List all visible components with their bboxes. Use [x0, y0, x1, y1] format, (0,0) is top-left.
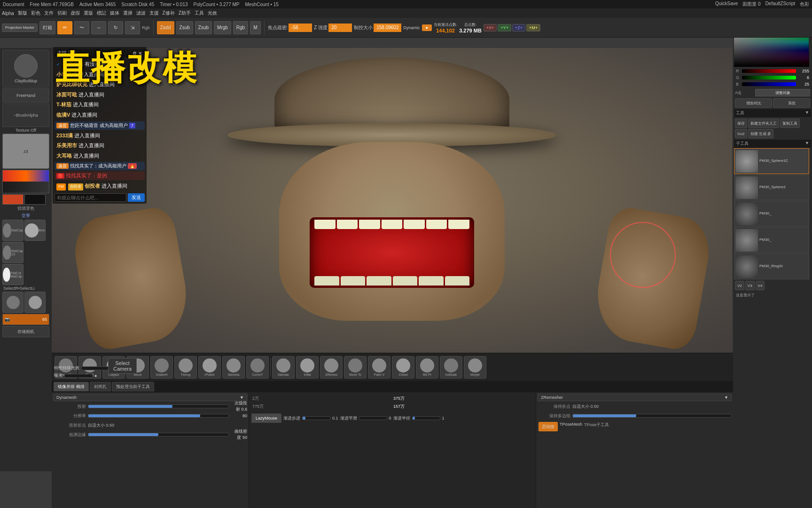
- draw-mode-btn[interactable]: ✏: [57, 21, 72, 34]
- lazy-radius-slider[interactable]: [412, 416, 440, 420]
- save-file-btn[interactable]: 新建文件夹入工: [748, 119, 779, 128]
- resolution-slider[interactable]: [88, 405, 229, 408]
- freehand-btn[interactable]: FreeHand: [2, 88, 49, 103]
- menu-virtual[interactable]: 虚假: [70, 10, 80, 16]
- menu-brush[interactable]: 切刷: [57, 10, 67, 16]
- color-swatch[interactable]: [2, 170, 49, 193]
- g-slider[interactable]: [742, 76, 796, 79]
- lowmeas-slider[interactable]: [88, 433, 229, 437]
- light-slider[interactable]: [81, 366, 109, 370]
- projection-master-btn[interactable]: Projection Master: [2, 24, 38, 32]
- brush-curvet[interactable]: CurveT: [246, 356, 269, 379]
- tool-collapse-icon[interactable]: ▼: [805, 110, 809, 116]
- smooth-mode-btn[interactable]: 〜: [74, 21, 89, 34]
- auto-btn[interactable]: 启动按: [539, 422, 558, 431]
- send-btn[interactable]: 发送: [128, 193, 145, 202]
- keep-group-slider[interactable]: [572, 414, 732, 418]
- clay-buildup-brush[interactable]: ClayBuildup: [2, 50, 49, 87]
- brush-snake[interactable]: SnakeH: [150, 356, 173, 379]
- camera-icon-btn[interactable]: 📷 65: [2, 314, 49, 325]
- subtool-item-5[interactable]: PM30_RingSt: [734, 254, 809, 279]
- menu-select[interactable]: 選版: [84, 10, 93, 16]
- r-slider[interactable]: [742, 69, 796, 73]
- subtool-item-3[interactable]: PM30_: [734, 201, 809, 227]
- chat-input[interactable]: [55, 193, 126, 202]
- menu-media[interactable]: 媒体: [110, 10, 119, 16]
- brush-trimuv[interactable]: Trimuy: [174, 356, 197, 379]
- mrgb-btn[interactable]: Mrgb: [214, 21, 231, 34]
- brush-inflat[interactable]: Inflat: [296, 356, 319, 379]
- select-camera-btn[interactable]: Select Camera: [108, 358, 137, 374]
- scale-mode-btn[interactable]: ⇲: [125, 21, 140, 34]
- system-btn[interactable]: 系统: [773, 98, 810, 108]
- tab-seal[interactable]: 封闭孔: [90, 382, 111, 391]
- focal-val[interactable]: -56: [289, 24, 312, 32]
- menu-filter[interactable]: 滤波: [136, 10, 146, 16]
- draw-size-val[interactable]: 158.09602: [374, 24, 401, 32]
- v3-btn[interactable]: V3: [745, 281, 755, 290]
- zsub-btn[interactable]: Zsub: [176, 21, 193, 34]
- brush-move2[interactable]: Move Tc: [344, 356, 367, 379]
- axis-m-btn[interactable]: +M+: [526, 24, 540, 32]
- axis-y-btn[interactable]: +Y+: [498, 24, 511, 32]
- default-zscript-label[interactable]: DefaultZScript: [765, 1, 795, 8]
- brush2-btn[interactable]: [24, 292, 46, 313]
- add-contrast-btn[interactable]: 增加对比: [735, 98, 772, 108]
- subtool-item-4[interactable]: PM30_: [734, 227, 809, 253]
- v2-btn[interactable]: V2: [735, 281, 744, 290]
- brush-rpolish[interactable]: rPolish: [198, 356, 221, 379]
- b-slider[interactable]: [742, 82, 796, 86]
- menu-color[interactable]: 彩色: [31, 10, 40, 16]
- brush-hsmoak[interactable]: hsMoak: [440, 356, 462, 379]
- brush-paim[interactable]: Paim V: [368, 356, 390, 379]
- z3-texture-btn[interactable]: z3: [2, 134, 49, 169]
- move-mode-btn[interactable]: ↔: [91, 21, 106, 34]
- lightbox-btn[interactable]: 灯箱: [39, 21, 55, 34]
- matcap-btn[interactable]: MatCap: [2, 220, 23, 241]
- menu-zpatch[interactable]: Z修补: [163, 10, 175, 16]
- lazy-mouse-tab[interactable]: LazyMouse: [251, 413, 281, 423]
- lazy-smooth-slider[interactable]: [359, 416, 387, 420]
- rgb-btn[interactable]: Rgb: [233, 21, 248, 34]
- create-btn[interactable]: 创建 生成 多: [748, 129, 773, 138]
- m-btn[interactable]: M: [250, 21, 260, 34]
- rotate-mode-btn[interactable]: ↻: [108, 21, 123, 34]
- save-camera-btn[interactable]: 存储相机: [2, 326, 49, 337]
- zadd-btn[interactable]: Zadd: [157, 21, 174, 34]
- chat-controls[interactable]: ⚙ ✕: [133, 51, 142, 56]
- v4-btn[interactable]: V4: [756, 281, 765, 290]
- menu-file[interactable]: 文件: [44, 10, 54, 16]
- axis-x-btn[interactable]: +X+: [484, 24, 497, 32]
- document-label[interactable]: Document: [3, 2, 24, 7]
- z-intensity-val[interactable]: 20: [328, 24, 352, 32]
- goz-btn[interactable]: GoZ: [735, 129, 747, 138]
- adjust-btn[interactable]: 调整对象: [755, 89, 810, 96]
- dynamesh-header[interactable]: Dynamesh ▼: [53, 394, 247, 401]
- save-tool-btn[interactable]: 保存: [735, 119, 747, 128]
- brush-imi[interactable]: IMI Pr: [416, 356, 438, 379]
- bg-color-swatch[interactable]: [24, 194, 46, 205]
- zsub2-btn[interactable]: Zsub: [195, 21, 212, 34]
- menu-ban[interactable]: 製版: [18, 10, 27, 16]
- axis-z-btn[interactable]: +Z+: [512, 24, 525, 32]
- brush-alpha-btn[interactable]: ~BrushAlpha: [2, 103, 49, 127]
- menu-alpha[interactable]: Alpha: [2, 11, 14, 16]
- lazy-step-slider[interactable]: [302, 416, 330, 420]
- tab-preprocess[interactable]: 预处理当前子工具: [112, 382, 154, 391]
- quick-save-btn[interactable]: QuickSave: [715, 1, 738, 8]
- menu-choose[interactable]: 選择: [123, 10, 133, 16]
- model-viewport[interactable]: [52, 48, 732, 368]
- copy-tool-btn[interactable]: 复制工具: [780, 119, 800, 128]
- tab-mirror[interactable]: 镜像并排 棉排: [54, 382, 89, 391]
- menu-light[interactable]: 光效: [208, 10, 217, 16]
- brush-zreine[interactable]: ZReines: [320, 356, 343, 379]
- brush1-btn[interactable]: [2, 292, 23, 313]
- brush-morph[interactable]: Morph: [464, 356, 486, 379]
- menu-support[interactable]: 支援: [149, 10, 159, 16]
- menu-tool[interactable]: 工具: [195, 10, 204, 16]
- subdivide-slider[interactable]: [88, 414, 229, 418]
- binn-btn[interactable]: Binn: [24, 220, 46, 241]
- exposure-slider[interactable]: [64, 374, 93, 378]
- zremesher-header[interactable]: ZRemesher ▼: [538, 394, 732, 401]
- dynamic-toggle[interactable]: ●: [422, 24, 432, 31]
